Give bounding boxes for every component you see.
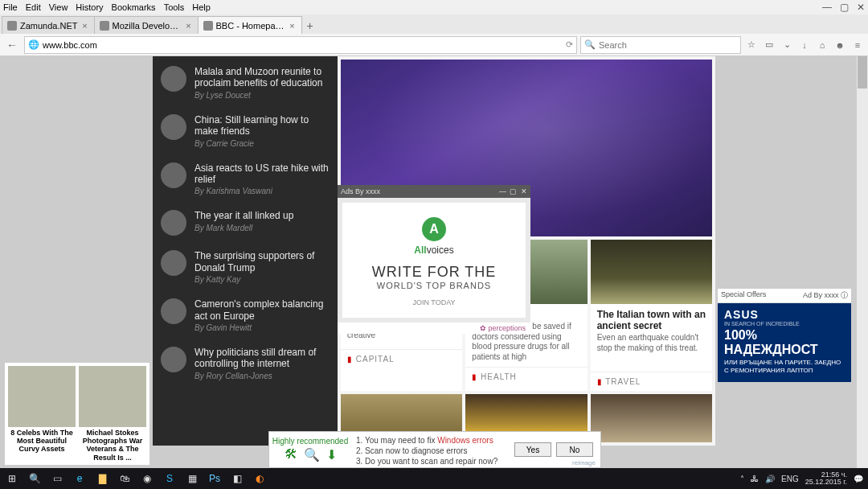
scrollbar-track[interactable] <box>857 56 868 468</box>
menu-view[interactable]: View <box>49 2 68 12</box>
sidebar-item[interactable]: Asia reacts to US rate hike with reliefB… <box>153 156 338 204</box>
nag-brand-link[interactable]: reimage <box>572 459 596 466</box>
app-icon[interactable]: ▦ <box>185 471 199 486</box>
avatar <box>161 210 186 236</box>
favicon-icon <box>203 21 213 31</box>
sidebar-item-byline: By Karishma Vaswani <box>194 187 330 195</box>
ad-caption: 8 Celebs With The Most Beautiful Curvy A… <box>8 429 76 462</box>
tab-close-icon[interactable]: × <box>289 21 297 31</box>
tray-volume-icon[interactable]: 🔊 <box>765 475 775 483</box>
file-explorer-icon[interactable]: ▇ <box>95 471 109 486</box>
store-icon[interactable]: 🛍 <box>117 471 132 486</box>
url-bar[interactable]: 🌐 ⟳ <box>24 36 577 54</box>
scrollbar-thumb[interactable] <box>858 56 867 88</box>
globe-icon: 🌐 <box>28 39 39 50</box>
sidebar-item-byline: By Katty Kay <box>194 275 330 284</box>
ad-logo-icon: A <box>422 217 446 241</box>
nag-no-button[interactable]: No <box>556 442 593 457</box>
tray-language[interactable]: ENG <box>781 475 799 483</box>
task-view-icon[interactable]: ▭ <box>50 471 64 486</box>
ad-right-headline: 100% НАДЕЖДНОСТ <box>724 328 845 357</box>
window-close[interactable]: ✕ <box>857 2 865 13</box>
start-button[interactable]: ⊞ <box>5 471 19 486</box>
story-thumb[interactable] <box>591 394 712 442</box>
tab-close-icon[interactable]: × <box>81 21 89 31</box>
search-input[interactable] <box>599 40 737 50</box>
tray-network-icon[interactable]: 🖧 <box>751 475 759 483</box>
sidebar-item-title: Why politicians still dream of controlli… <box>194 347 330 370</box>
firefox-icon[interactable]: ◐ <box>252 471 267 486</box>
nag-line-1b: Windows errors <box>437 436 493 445</box>
menu-help[interactable]: Help <box>192 2 211 12</box>
ad-right-brand: ASUS <box>724 308 845 321</box>
nag-line-1a: 1. You may need to fix <box>356 436 437 445</box>
sidebar-item-title: The surprising supporters of Donald Trum… <box>194 250 330 273</box>
taskbar-search-icon[interactable]: 🔍 <box>27 471 42 486</box>
card-image <box>591 240 712 304</box>
window-minimize[interactable]: — <box>822 2 832 13</box>
sidebar-item[interactable]: The surprising supporters of Donald Trum… <box>153 244 338 292</box>
ad-caption: Michael Stokes Photographs War Veterans … <box>79 429 146 462</box>
ad-headline: WRITE FOR THE <box>350 264 518 281</box>
photoshop-icon[interactable]: Ps <box>207 471 222 486</box>
ad-block-left[interactable]: 8 Celebs With The Most Beautiful Curvy A… <box>5 363 149 465</box>
tab-title: Zamunda.NET <box>20 21 78 31</box>
nag-yes-button[interactable]: Yes <box>514 442 551 457</box>
edge-icon[interactable]: e <box>72 471 87 486</box>
tab-close-icon[interactable]: × <box>185 21 193 31</box>
tray-date: 25.12.2015 г. <box>805 479 847 486</box>
ad-close-icon[interactable]: ✕ <box>521 187 527 195</box>
menu-edit[interactable]: Edit <box>26 2 41 12</box>
tabstrip: Zamunda.NET × Mozilla Developer Network … <box>0 14 868 34</box>
menu-history[interactable]: History <box>76 2 103 12</box>
sidebar-item[interactable]: The year it all linked upBy Mark Mardell <box>153 203 338 244</box>
pocket-icon[interactable]: ⌄ <box>780 38 794 52</box>
downloads-icon[interactable]: ↓ <box>797 38 812 52</box>
tray-chevron-icon[interactable]: ˄ <box>740 475 744 483</box>
app-icon[interactable]: ◧ <box>230 471 244 486</box>
story-card[interactable]: The Italian town with an ancient secret … <box>591 240 712 391</box>
menu-bookmarks[interactable]: Bookmarks <box>112 2 156 12</box>
download-circle-icon: ⬇ <box>326 447 337 462</box>
tray-clock[interactable]: 21:56 ч. 25.12.2015 г. <box>805 471 847 486</box>
sidebar-item[interactable]: Why politicians still dream of controlli… <box>153 340 338 388</box>
taskbar: ⊞ 🔍 ▭ e ▇ 🛍 ◉ S ▦ Ps ◧ ◐ ˄ 🖧 🔊 ENG 21:56… <box>0 468 868 489</box>
sidebar-item[interactable]: Malala and Muzoon reunite to proclaim be… <box>153 60 338 108</box>
avatar <box>161 66 186 92</box>
menu-file[interactable]: File <box>3 2 18 12</box>
card-category: CAPITAL <box>341 349 462 368</box>
ad-maximize-icon[interactable]: ▢ <box>510 187 517 195</box>
sidebar-item[interactable]: Cameron's complex balancing act on Europ… <box>153 292 338 340</box>
bookmark-star-icon[interactable]: ☆ <box>744 38 759 52</box>
tab-1[interactable]: Mozilla Developer Network × <box>94 16 199 34</box>
sidebar-item-byline: By Lyse Doucet <box>194 91 330 100</box>
sidebar-item-title: Cameron's complex balancing act on Europ… <box>194 298 330 322</box>
reading-list-icon[interactable]: ▭ <box>762 38 776 52</box>
ad-subhead: WORLD'S TOP BRANDS <box>350 281 518 290</box>
profile-icon[interactable]: ☻ <box>833 38 847 52</box>
tab-2[interactable]: BBC - Homepage × <box>198 16 302 34</box>
ad-banner-right[interactable]: Special Offers Ad By xxxx ⓘ ASUS IN SEAR… <box>717 288 852 383</box>
search-bar[interactable]: 🔍 <box>580 36 741 54</box>
reload-icon[interactable]: ⟳ <box>566 39 573 50</box>
ad-right-brand-sub: IN SEARCH OF INCREDIBLE <box>724 321 845 327</box>
url-input[interactable] <box>43 38 563 52</box>
ad-minimize-icon[interactable]: — <box>499 187 506 195</box>
hamburger-menu-icon[interactable]: ≡ <box>850 38 865 52</box>
tab-0[interactable]: Zamunda.NET × <box>2 16 95 34</box>
scareware-nag: Highly recommended 🛠 🔍 ⬇ 1. You may need… <box>268 431 601 468</box>
chrome-icon[interactable]: ◉ <box>140 471 154 486</box>
ad-cta-link[interactable]: JOIN TODAY <box>350 298 518 306</box>
back-button[interactable]: ← <box>3 36 21 54</box>
skype-icon[interactable]: S <box>162 471 177 486</box>
new-tab-button[interactable]: + <box>301 18 319 34</box>
action-center-icon[interactable]: 💬 <box>854 475 863 483</box>
menu-tools[interactable]: Tools <box>164 2 185 12</box>
magnifier-icon: 🔍 <box>304 447 320 462</box>
avatar <box>161 347 186 372</box>
card-category: TRAVEL <box>591 372 712 391</box>
home-icon[interactable]: ⌂ <box>815 38 829 52</box>
ad-brand: Allvoices <box>350 244 518 256</box>
sidebar-item[interactable]: China: Still learning how to make friend… <box>153 108 338 156</box>
window-maximize[interactable]: ▢ <box>840 2 849 13</box>
